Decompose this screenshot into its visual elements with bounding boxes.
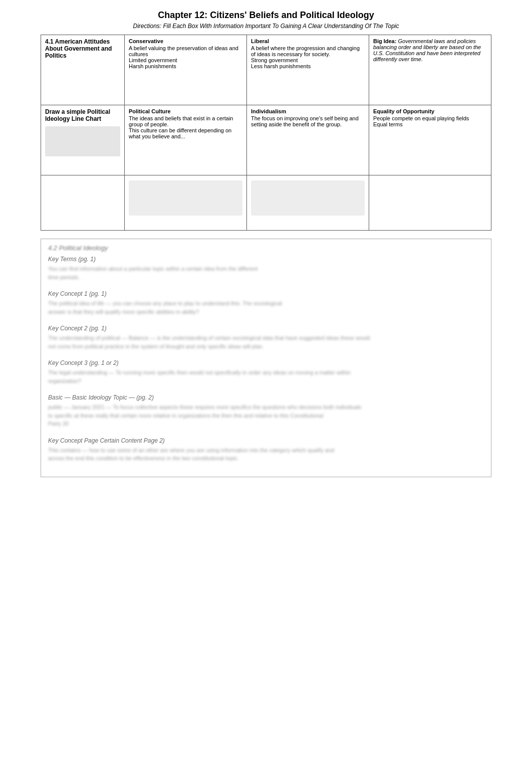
blurred-row-6: Key Concept Page Certain Content Page 2)… (48, 437, 484, 463)
row3-cell1 (124, 175, 246, 231)
blurred-row-title: Key Concept 1 (pg. 1) (48, 290, 484, 297)
blurred-row-5: Basic — Basic Ideology Topic — (pg. 2) p… (48, 394, 484, 428)
blurred-row-text: The political idea of life — you can cho… (48, 299, 484, 316)
row3-image1 (129, 180, 242, 216)
blurred-row-3: Key Concept 2 (pg. 1) The understanding … (48, 325, 484, 350)
blurred-row-2: Key Concept 1 (pg. 1) The political idea… (48, 290, 484, 316)
row3-cell2 (246, 175, 369, 231)
blurred-row-title: Key Concept Page Certain Content Page 2) (48, 437, 484, 444)
blurred-row-text: The understanding of political — Balance… (48, 334, 484, 350)
row1-cell2: Liberal A belief where the progression a… (246, 35, 369, 105)
blurred-section-header: 4.2 Political Ideology (48, 244, 484, 252)
row1-cell1: Conservative A belief valuing the preser… (124, 35, 246, 105)
row1-label: 4.1 American Attitudes About Government … (41, 35, 125, 105)
ideology-line-chart (45, 126, 120, 156)
blurred-row-text: This contains — how to use some of an et… (48, 446, 484, 463)
table-row (41, 175, 491, 231)
page-directions: Directions: Fill Each Box With Informati… (41, 23, 491, 30)
blurred-section: 4.2 Political Ideology Key Terms (pg. 1)… (41, 239, 491, 477)
row2-label: Draw a simple Political Ideology Line Ch… (41, 105, 125, 175)
row3-cell3 (369, 175, 491, 231)
blurred-row-title: Key Concept 3 (pg. 1 or 2) (48, 359, 484, 366)
blurred-row-title: Key Concept 2 (pg. 1) (48, 325, 484, 332)
row2-cell1: Political Culture The ideas and beliefs … (124, 105, 246, 175)
blurred-row-4: Key Concept 3 (pg. 1 or 2) The legal und… (48, 359, 484, 385)
row2-cell2: Individualism The focus on improving one… (246, 105, 369, 175)
blurred-row-title: Basic — Basic Ideology Topic — (pg. 2) (48, 394, 484, 401)
blurred-row-text: The legal understanding — To running mor… (48, 368, 484, 385)
page-title: Chapter 12: Citizens' Beliefs and Politi… (41, 10, 491, 21)
main-table: 4.1 American Attitudes About Government … (41, 35, 491, 231)
table-row: Draw a simple Political Ideology Line Ch… (41, 105, 491, 175)
page-container: Chapter 12: Citizens' Beliefs and Politi… (41, 0, 491, 487)
blurred-row-1: Key Terms (pg. 1) You can find informati… (48, 256, 484, 281)
table-row: 4.1 American Attitudes About Government … (41, 35, 491, 105)
blurred-row-text: public — January 2021 — To focus collect… (48, 403, 484, 428)
blurred-row-title: Key Terms (pg. 1) (48, 256, 484, 263)
blurred-row-text: You can find information about a particu… (48, 265, 484, 281)
row1-cell3: Big Idea: Governmental laws and policies… (369, 35, 491, 105)
row3-label (41, 175, 125, 231)
row2-cell3: Equality of Opportunity People compete o… (369, 105, 491, 175)
row3-image2 (251, 180, 365, 216)
